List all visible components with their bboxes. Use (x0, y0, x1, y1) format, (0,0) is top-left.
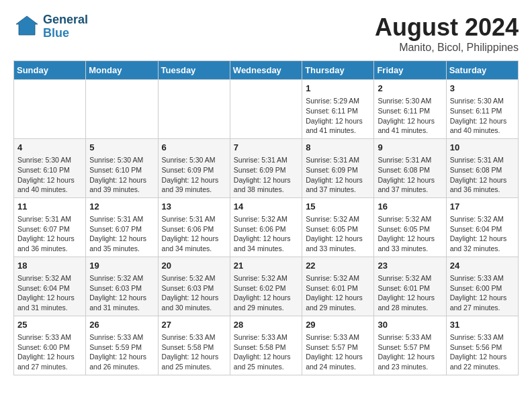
col-header-saturday: Saturday (446, 61, 518, 80)
calendar-cell: 8Sunrise: 5:31 AM Sunset: 6:09 PM Daylig… (302, 138, 374, 197)
date-number: 16 (378, 201, 442, 213)
cell-info: Sunrise: 5:30 AM Sunset: 6:09 PM Dayligh… (162, 155, 226, 195)
calendar-cell: 30Sunrise: 5:33 AM Sunset: 5:57 PM Dayli… (374, 316, 446, 375)
cell-info: Sunrise: 5:33 AM Sunset: 5:58 PM Dayligh… (234, 332, 298, 372)
cell-info: Sunrise: 5:32 AM Sunset: 6:02 PM Dayligh… (234, 273, 298, 313)
cell-info: Sunrise: 5:32 AM Sunset: 6:01 PM Dayligh… (378, 273, 442, 313)
calendar-cell: 4Sunrise: 5:30 AM Sunset: 6:10 PM Daylig… (14, 138, 86, 197)
date-number: 10 (450, 142, 515, 154)
col-header-wednesday: Wednesday (230, 61, 302, 80)
date-number: 20 (162, 260, 226, 272)
header-row: SundayMondayTuesdayWednesdayThursdayFrid… (14, 61, 519, 80)
week-row-5: 25Sunrise: 5:33 AM Sunset: 6:00 PM Dayli… (14, 316, 519, 375)
calendar-cell: 24Sunrise: 5:33 AM Sunset: 6:00 PM Dayli… (446, 257, 518, 316)
calendar-cell: 28Sunrise: 5:33 AM Sunset: 5:58 PM Dayli… (230, 316, 302, 375)
date-number: 4 (17, 142, 82, 154)
calendar-cell: 20Sunrise: 5:32 AM Sunset: 6:03 PM Dayli… (158, 257, 230, 316)
date-number: 21 (234, 260, 298, 272)
calendar-cell: 3Sunrise: 5:30 AM Sunset: 6:11 PM Daylig… (446, 80, 518, 139)
cell-info: Sunrise: 5:30 AM Sunset: 6:11 PM Dayligh… (378, 96, 442, 136)
svg-marker-0 (16, 16, 38, 35)
week-row-2: 4Sunrise: 5:30 AM Sunset: 6:10 PM Daylig… (14, 138, 519, 197)
date-number: 2 (378, 83, 442, 95)
date-number: 29 (306, 319, 370, 331)
cell-info: Sunrise: 5:30 AM Sunset: 6:10 PM Dayligh… (17, 155, 82, 195)
cell-info: Sunrise: 5:32 AM Sunset: 6:03 PM Dayligh… (89, 273, 154, 313)
date-number: 12 (89, 201, 154, 213)
calendar-cell: 25Sunrise: 5:33 AM Sunset: 6:00 PM Dayli… (14, 316, 86, 375)
cell-info: Sunrise: 5:32 AM Sunset: 6:04 PM Dayligh… (17, 273, 82, 313)
date-number: 26 (89, 319, 154, 331)
calendar-cell: 16Sunrise: 5:32 AM Sunset: 6:05 PM Dayli… (374, 197, 446, 257)
week-row-4: 18Sunrise: 5:32 AM Sunset: 6:04 PM Dayli… (14, 257, 519, 316)
date-number: 13 (162, 201, 226, 213)
date-number: 1 (306, 83, 370, 95)
calendar-cell: 27Sunrise: 5:33 AM Sunset: 5:58 PM Dayli… (158, 316, 230, 375)
date-number: 28 (234, 319, 298, 331)
calendar-cell: 6Sunrise: 5:30 AM Sunset: 6:09 PM Daylig… (158, 138, 230, 197)
calendar-cell: 5Sunrise: 5:30 AM Sunset: 6:10 PM Daylig… (86, 138, 158, 197)
calendar-cell: 14Sunrise: 5:32 AM Sunset: 6:06 PM Dayli… (230, 197, 302, 257)
cell-info: Sunrise: 5:31 AM Sunset: 6:09 PM Dayligh… (306, 155, 370, 195)
col-header-sunday: Sunday (14, 61, 86, 80)
logo: General Blue (13, 13, 88, 40)
cell-info: Sunrise: 5:33 AM Sunset: 6:00 PM Dayligh… (17, 332, 82, 372)
calendar-cell: 21Sunrise: 5:32 AM Sunset: 6:02 PM Dayli… (230, 257, 302, 316)
subtitle: Manito, Bicol, Philippines (375, 42, 519, 54)
cell-info: Sunrise: 5:31 AM Sunset: 6:09 PM Dayligh… (234, 155, 298, 195)
cell-info: Sunrise: 5:30 AM Sunset: 6:10 PM Dayligh… (89, 155, 154, 195)
calendar-cell: 10Sunrise: 5:31 AM Sunset: 6:08 PM Dayli… (446, 138, 518, 197)
cell-info: Sunrise: 5:29 AM Sunset: 6:11 PM Dayligh… (306, 96, 370, 136)
calendar-cell (86, 80, 158, 139)
date-number: 8 (306, 142, 370, 154)
calendar-cell: 26Sunrise: 5:33 AM Sunset: 5:59 PM Dayli… (86, 316, 158, 375)
week-row-1: 1Sunrise: 5:29 AM Sunset: 6:11 PM Daylig… (14, 80, 519, 139)
date-number: 5 (89, 142, 154, 154)
calendar-cell: 31Sunrise: 5:33 AM Sunset: 5:56 PM Dayli… (446, 316, 518, 375)
cell-info: Sunrise: 5:32 AM Sunset: 6:03 PM Dayligh… (162, 273, 226, 313)
cell-info: Sunrise: 5:31 AM Sunset: 6:07 PM Dayligh… (17, 214, 82, 254)
calendar-cell: 18Sunrise: 5:32 AM Sunset: 6:04 PM Dayli… (14, 257, 86, 316)
date-number: 27 (162, 319, 226, 331)
calendar-cell: 7Sunrise: 5:31 AM Sunset: 6:09 PM Daylig… (230, 138, 302, 197)
col-header-thursday: Thursday (302, 61, 374, 80)
cell-info: Sunrise: 5:33 AM Sunset: 5:57 PM Dayligh… (306, 332, 370, 372)
date-number: 18 (17, 260, 82, 272)
calendar-cell: 22Sunrise: 5:32 AM Sunset: 6:01 PM Dayli… (302, 257, 374, 316)
date-number: 23 (378, 260, 442, 272)
week-row-3: 11Sunrise: 5:31 AM Sunset: 6:07 PM Dayli… (14, 197, 519, 257)
col-header-friday: Friday (374, 61, 446, 80)
date-number: 19 (89, 260, 154, 272)
calendar-cell: 29Sunrise: 5:33 AM Sunset: 5:57 PM Dayli… (302, 316, 374, 375)
date-number: 11 (17, 201, 82, 213)
date-number: 25 (17, 319, 82, 331)
cell-info: Sunrise: 5:32 AM Sunset: 6:01 PM Dayligh… (306, 273, 370, 313)
cell-info: Sunrise: 5:33 AM Sunset: 6:00 PM Dayligh… (450, 273, 515, 313)
date-number: 24 (450, 260, 515, 272)
logo-text: General Blue (43, 13, 88, 40)
date-number: 9 (378, 142, 442, 154)
cell-info: Sunrise: 5:32 AM Sunset: 6:06 PM Dayligh… (234, 214, 298, 254)
cell-info: Sunrise: 5:32 AM Sunset: 6:05 PM Dayligh… (306, 214, 370, 254)
date-number: 14 (234, 201, 298, 213)
main-title: August 2024 (375, 13, 519, 42)
logo-icon (13, 13, 40, 40)
cell-info: Sunrise: 5:31 AM Sunset: 6:08 PM Dayligh… (378, 155, 442, 195)
calendar-cell: 23Sunrise: 5:32 AM Sunset: 6:01 PM Dayli… (374, 257, 446, 316)
date-number: 30 (378, 319, 442, 331)
calendar-cell: 2Sunrise: 5:30 AM Sunset: 6:11 PM Daylig… (374, 80, 446, 139)
cell-info: Sunrise: 5:31 AM Sunset: 6:08 PM Dayligh… (450, 155, 515, 195)
logo-general: General (43, 13, 88, 27)
cell-info: Sunrise: 5:32 AM Sunset: 6:04 PM Dayligh… (450, 214, 515, 254)
calendar-cell: 12Sunrise: 5:31 AM Sunset: 6:07 PM Dayli… (86, 197, 158, 257)
date-number: 22 (306, 260, 370, 272)
calendar-cell (158, 80, 230, 139)
cell-info: Sunrise: 5:31 AM Sunset: 6:06 PM Dayligh… (162, 214, 226, 254)
calendar-cell: 9Sunrise: 5:31 AM Sunset: 6:08 PM Daylig… (374, 138, 446, 197)
cell-info: Sunrise: 5:33 AM Sunset: 5:58 PM Dayligh… (162, 332, 226, 372)
title-block: August 2024 Manito, Bicol, Philippines (375, 13, 519, 54)
calendar-cell: 17Sunrise: 5:32 AM Sunset: 6:04 PM Dayli… (446, 197, 518, 257)
date-number: 7 (234, 142, 298, 154)
cell-info: Sunrise: 5:31 AM Sunset: 6:07 PM Dayligh… (89, 214, 154, 254)
date-number: 31 (450, 319, 515, 331)
